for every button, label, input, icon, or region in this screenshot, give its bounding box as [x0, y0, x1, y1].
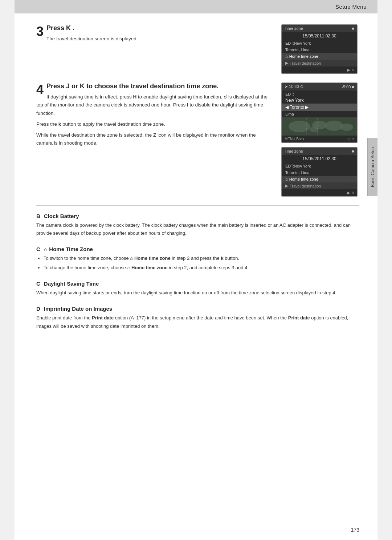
cam-ui-1-icon: ■	[352, 26, 354, 31]
section-d-body: Enable print date from the Print date op…	[36, 314, 359, 330]
page: Setup Menu 3 Press K . The travel destin…	[15, 0, 377, 540]
section-d: D Imprinting Date on Images Enable print…	[36, 306, 359, 330]
cam-ui-3-home: ⌂ Home time zone	[282, 176, 357, 182]
home-icon-c1: ⌂	[44, 246, 47, 252]
page-number: 173	[351, 527, 359, 533]
step4-para2: Press the k button to apply the travel d…	[36, 120, 273, 128]
sidebar-tab-label: Basic Camera Setup	[370, 147, 375, 187]
cam-ui-2-city: New York	[282, 97, 357, 104]
cam-ui-2-selected: ◀ Toronto ▶	[282, 104, 357, 111]
section-d-header: D Imprinting Date on Images	[36, 306, 359, 312]
cam-ui-3-label: Time zone	[285, 149, 303, 153]
step4-title: Press J or K to choose the travel destin…	[46, 82, 219, 90]
cam-ui-1-footer: ▶:⊕	[282, 67, 357, 73]
cam-ui-1-row2: Toronto, Lima	[282, 47, 357, 53]
section-c2-body: When daylight saving time starts or ends…	[36, 289, 359, 297]
section-c2: C Daylight Saving Time When daylight sav…	[36, 281, 359, 297]
cam-ui-3-row2: Toronto, Lima	[282, 169, 357, 176]
section-c1-header: C ⌂ Home Time Zone	[36, 246, 359, 252]
cam-ui-3-header: Time zone ■	[282, 148, 357, 155]
main-content: 3 Press K . The travel destination scree…	[15, 13, 377, 361]
header-title: Setup Menu	[335, 4, 367, 10]
cam-ui-1-date: 15/05/2011 02:30	[282, 32, 357, 40]
step4-number: 4	[36, 83, 44, 96]
cam-ui-1-label: Time zone	[285, 26, 303, 31]
bullet-1: To switch to the home time zone, choose …	[44, 254, 359, 262]
section-b-header: B Clock Battery	[36, 213, 359, 219]
section-c2-header: C Daylight Saving Time	[36, 281, 359, 287]
cam-ui-1-home: ⌂ Home time zone	[282, 53, 357, 60]
cam-ui-3-row1: EDT:New York	[282, 163, 357, 169]
home-icon-3: ⌂	[285, 177, 288, 181]
step4-para3: While the travel destination time zone i…	[36, 131, 273, 148]
section-c1: C ⌂ Home Time Zone To switch to the home…	[36, 246, 359, 272]
cam-ui-2-footer-right: ⊡:⊙	[347, 137, 354, 141]
cam-ui-2-footer-left: MENU Back	[285, 137, 304, 141]
step4-text: 4 Press J or K to choose the travel dest…	[36, 82, 273, 148]
cam-ui-2-footer: MENU Back ⊡:⊙	[282, 136, 357, 142]
section-d-letter: D	[36, 306, 40, 312]
cam-ui-2-header-right: -5:00 ■	[342, 85, 354, 89]
cam-ui-3: Time zone ■ 15/05/2011 02:30 EDT:New Yor…	[281, 147, 358, 197]
cam-ui-2-plain: Lima	[282, 111, 357, 117]
section-b: B Clock Battery The camera clock is powe…	[36, 213, 359, 237]
cam-ui-1-travel: ▶ Travel destination	[282, 60, 357, 67]
cam-ui-2-header: ➤ 10:30 ⊙ -5:00 ■	[282, 83, 357, 90]
svg-point-3	[325, 121, 343, 131]
cam-ui-2: ➤ 10:30 ⊙ -5:00 ■ EDT: New York ◀ Toront…	[281, 82, 358, 143]
section-c2-letter: C	[36, 281, 40, 287]
page-header: Setup Menu	[15, 0, 377, 13]
cam-ui-1: Time zone ■ 15/05/2011 02:30 EDT:New Yor…	[281, 24, 358, 74]
section-c2-title: Daylight Saving Time	[44, 281, 99, 287]
home-icon-1: ⌂	[285, 54, 288, 59]
step4-block: 4 Press J or K to choose the travel dest…	[36, 82, 359, 197]
cam-ui-1-row1: EDT:New York	[282, 40, 357, 47]
step3-block: 3 Press K . The travel destination scree…	[36, 24, 359, 74]
cam-ui-3-travel: ▶ Travel destination	[282, 182, 357, 189]
section-c1-letter: C	[36, 246, 40, 252]
step3-body: The travel destination screen is display…	[36, 35, 273, 43]
step3-title: Press K .	[46, 24, 74, 32]
step3-text: 3 Press K . The travel destination scree…	[36, 24, 273, 43]
cam-ui-3-date: 15/05/2011 02:30	[282, 155, 357, 163]
step3-cam: Time zone ■ 15/05/2011 02:30 EDT:New Yor…	[281, 24, 359, 74]
svg-point-1	[289, 121, 310, 132]
sidebar-tab: Basic Camera Setup	[367, 138, 377, 196]
section-b-letter: B	[36, 213, 40, 219]
cam-ui-3-footer: ▶:⊕	[282, 189, 357, 196]
step3-number: 3	[36, 25, 44, 38]
cam-ui-3-icon: ■	[352, 149, 354, 153]
section-b-title: Clock Battery	[44, 213, 79, 219]
section-c1-title: Home Time Zone	[49, 246, 93, 252]
cam-ui-1-header: Time zone ■	[282, 25, 357, 32]
divider-1	[36, 205, 359, 206]
step4-cams: ➤ 10:30 ⊙ -5:00 ■ EDT: New York ◀ Toront…	[281, 82, 359, 197]
bullet-2: To change the home time zone, choose ⌂ H…	[44, 264, 359, 272]
section-d-title: Imprinting Date on Images	[44, 306, 112, 312]
travel-icon-1: ▶	[285, 61, 288, 65]
svg-point-4	[340, 124, 353, 131]
step4-para1: If daylight saving time is in effect, pr…	[36, 93, 273, 117]
svg-point-5	[310, 126, 318, 132]
travel-icon-3: ▶	[285, 184, 288, 188]
cam-ui-2-zone: EDT:	[282, 90, 357, 97]
section-b-body: The camera clock is powered by the clock…	[36, 221, 359, 237]
cam-ui-2-header-left: ➤ 10:30 ⊙	[285, 84, 303, 89]
section-c1-body: To switch to the home time zone, choose …	[36, 254, 359, 272]
cam-ui-2-map	[282, 117, 357, 136]
